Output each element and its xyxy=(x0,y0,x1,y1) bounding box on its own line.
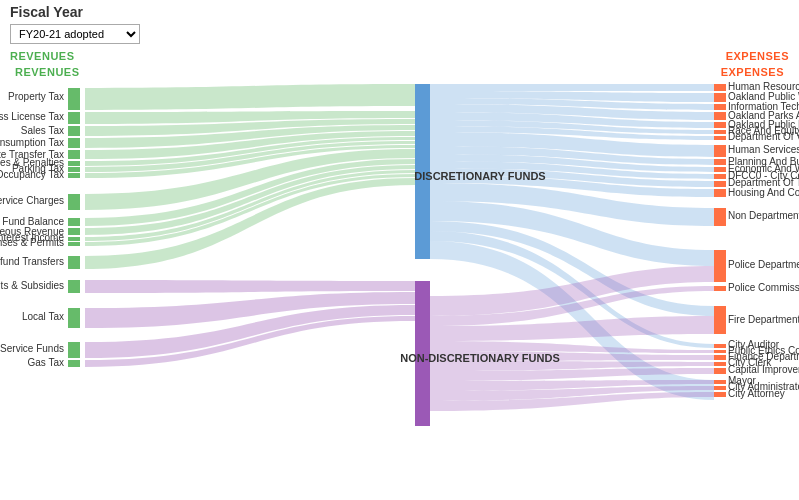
expense-bar-mayor xyxy=(714,380,726,384)
expense-bar-info-tech xyxy=(714,104,726,110)
fiscal-year-dropdown[interactable]: FY20-21 adopted FY19-20 adopted FY18-19 … xyxy=(10,24,140,44)
revenue-bar-transient xyxy=(68,173,80,178)
revenue-bar-property-tax xyxy=(68,88,80,110)
revenue-bar-utility xyxy=(68,138,80,148)
revenue-label-gas-tax: Gas Tax xyxy=(28,357,65,368)
fiscal-year-selector[interactable]: FY20-21 adopted FY19-20 adopted FY18-19 … xyxy=(10,24,789,44)
expense-label-fire: Fire Department xyxy=(728,314,799,325)
revenue-label-grants: Grants & Subsidies xyxy=(0,280,64,291)
expense-bar-human-services xyxy=(714,145,726,157)
revenue-label-utility: Utility Consumption Tax xyxy=(0,137,64,148)
expense-bar-city-council xyxy=(714,174,726,179)
expense-bar-planning xyxy=(714,159,726,165)
revenue-label-property-tax: Property Tax xyxy=(8,91,64,102)
middle-label-non-discretionary: NON-DISCRETIONARY FUNDS xyxy=(400,352,560,364)
expense-bar-parks xyxy=(714,112,726,120)
expense-label-city-attorney: City Attorney xyxy=(728,388,785,399)
expense-label-police-commission: Police Commission xyxy=(728,282,799,293)
revenue-bar-local-tax xyxy=(68,308,80,328)
revenues-section-label: REVENUES xyxy=(15,66,80,78)
header: Fiscal Year FY20-21 adopted FY19-20 adop… xyxy=(0,0,799,46)
revenue-label-business-license: Business License Tax xyxy=(0,111,64,122)
revenue-bar-service-charges xyxy=(68,194,80,210)
revenue-bar-transfers xyxy=(68,218,80,226)
revenue-bar-interest xyxy=(68,237,80,241)
expense-bar-non-departmental xyxy=(714,208,726,226)
revenue-label-sales-tax: Sales Tax xyxy=(21,125,64,136)
revenue-label-transient: Transient Occupancy Tax xyxy=(0,169,64,180)
expense-bar-library xyxy=(714,122,726,128)
revenue-bar-parking xyxy=(68,167,80,172)
expense-bar-finance xyxy=(714,355,726,360)
expenses-section-label: EXPENSES xyxy=(721,66,784,78)
expense-label-police: Police Department xyxy=(728,259,799,270)
expense-bar-police-commission xyxy=(714,286,726,291)
revenue-bar-fines xyxy=(68,161,80,166)
expense-bar-human-resources xyxy=(714,84,726,91)
expense-bar-city-auditor xyxy=(714,344,726,348)
revenue-label-interfund: Interfund Transfers xyxy=(0,256,64,267)
expense-bar-violence-prevention xyxy=(714,136,726,140)
expense-bar-city-administrator xyxy=(714,386,726,390)
middle-label-discretionary: DISCRETIONARY FUNDS xyxy=(414,170,545,182)
expense-label-non-departmental: Non Departmental And Port xyxy=(728,210,799,221)
expense-label-housing: Housing And Community Development Depart… xyxy=(728,187,799,198)
revenue-bar-interfund xyxy=(68,256,80,269)
expense-bar-housing xyxy=(714,189,726,197)
revenue-bar-business-license xyxy=(68,112,80,124)
revenue-label-service-charges: Service Charges xyxy=(0,195,64,206)
expense-bar-fire xyxy=(714,306,726,334)
revenue-label-internal-service: Internal Service Funds xyxy=(0,343,64,354)
revenue-bar-sales-tax xyxy=(68,126,80,136)
expense-bar-race-equity xyxy=(714,130,726,134)
revenue-bar-grants xyxy=(68,280,80,293)
expense-bar-economic xyxy=(714,167,726,172)
revenue-bar-internal-service xyxy=(68,342,80,358)
expense-label-human-services: Human Services Department xyxy=(728,144,799,155)
expense-bar-public-ethics xyxy=(714,350,726,353)
expense-bar-public-works xyxy=(714,93,726,102)
expense-bar-city-clerk xyxy=(714,362,726,366)
sankey-chart: REVENUES EXPENSES xyxy=(0,46,799,486)
sankey-svg: Property Tax Business License Tax Sales … xyxy=(0,46,799,486)
revenue-label-licenses: Licenses & Permits xyxy=(0,237,64,248)
revenue-bar-licenses xyxy=(68,242,80,246)
revenue-label-local-tax: Local Tax xyxy=(22,311,64,322)
revenue-bar-misc xyxy=(68,228,80,235)
expense-label-violence-prevention: Department Of Violence Prevention xyxy=(728,131,799,142)
expense-bar-transportation xyxy=(714,181,726,187)
revenue-bar-gas-tax xyxy=(68,360,80,367)
expense-label-capital-improvement: Capital Improvement Projects xyxy=(728,364,799,375)
expense-bar-police xyxy=(714,250,726,282)
expense-bar-city-attorney xyxy=(714,392,726,397)
page-title: Fiscal Year xyxy=(10,4,789,20)
expense-bar-capital-improvement xyxy=(714,368,726,374)
revenue-bar-real-estate xyxy=(68,150,80,159)
